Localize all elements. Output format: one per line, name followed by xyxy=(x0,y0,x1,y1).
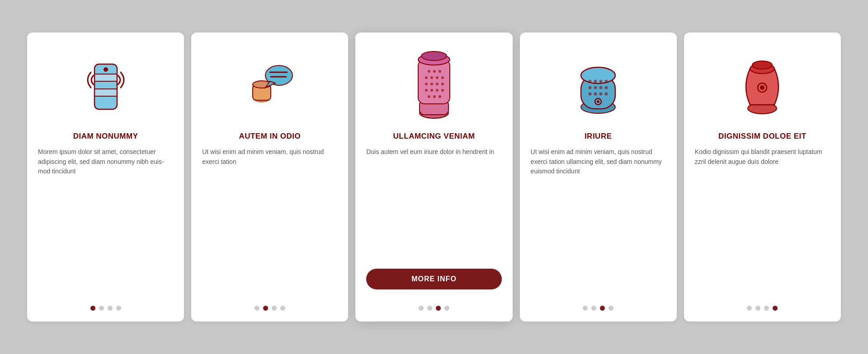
svg-point-59 xyxy=(752,61,772,69)
dot xyxy=(90,306,95,311)
svg-point-21 xyxy=(421,51,447,61)
card-2: AUTEM IN ODIO Ut wisi enim ad minim veni… xyxy=(191,33,348,321)
dot xyxy=(99,306,104,311)
card-2-body: Ut wisi enim ad minim veniam, quis nostr… xyxy=(202,147,337,298)
card-4-title: IRIURE xyxy=(585,132,612,141)
dot xyxy=(436,306,441,311)
svg-rect-1 xyxy=(94,74,117,81)
svg-point-27 xyxy=(430,83,433,85)
svg-point-30 xyxy=(425,89,428,92)
svg-point-37 xyxy=(428,95,430,98)
cards-container: DIAM NONUMMY Morem ipsum dolor sit amet,… xyxy=(27,33,841,321)
dot xyxy=(444,306,449,311)
dot xyxy=(419,306,424,311)
svg-point-45 xyxy=(599,86,603,89)
dot xyxy=(255,306,259,311)
svg-point-29 xyxy=(441,83,444,85)
svg-point-52 xyxy=(594,80,597,83)
svg-point-50 xyxy=(605,93,608,96)
svg-point-46 xyxy=(605,86,608,89)
card-3-title: ULLAMCING VENIAM xyxy=(393,132,475,141)
svg-point-8 xyxy=(104,67,108,72)
svg-point-49 xyxy=(599,93,603,96)
dot xyxy=(755,306,760,311)
svg-point-36 xyxy=(439,70,441,73)
svg-point-22 xyxy=(425,76,428,79)
svg-point-47 xyxy=(589,93,592,96)
card-1-body: Morem ipsum dolor sit amet, consectetuer… xyxy=(38,147,173,298)
dot xyxy=(280,306,285,311)
speaker-tall-icon xyxy=(402,46,466,123)
speaker-barrel-icon xyxy=(731,46,794,123)
svg-point-56 xyxy=(597,100,599,103)
dot xyxy=(591,306,596,311)
card-4-dots xyxy=(583,298,613,311)
dot xyxy=(272,306,277,311)
card-1-dots xyxy=(90,298,121,311)
svg-point-61 xyxy=(760,85,764,90)
card-5: DIGNISSIM DOLOE EIT Kodio dignissim qui … xyxy=(684,33,841,321)
svg-point-53 xyxy=(599,80,603,83)
svg-point-23 xyxy=(430,76,433,79)
card-3-dots xyxy=(419,298,449,311)
svg-point-54 xyxy=(605,80,608,83)
speaker-waves-icon xyxy=(74,46,137,123)
svg-point-35 xyxy=(433,70,436,73)
dot xyxy=(609,306,613,311)
svg-point-32 xyxy=(436,89,439,92)
card-1-title: DIAM NONUMMY xyxy=(73,132,138,141)
dot xyxy=(108,306,113,311)
card-2-dots xyxy=(255,298,285,311)
card-4: IRIURE Ut wisi enim ad minim veniam, qui… xyxy=(520,33,677,321)
dot xyxy=(764,306,769,311)
card-4-body: Ut wisi enim ad minim veniam, quis nostr… xyxy=(531,147,666,298)
card-2-title: AUTEM IN ODIO xyxy=(239,132,301,141)
card-5-title: DIGNISSIM DOLOE EIT xyxy=(718,132,807,141)
svg-point-39 xyxy=(439,95,441,98)
svg-point-42 xyxy=(581,67,615,84)
dot xyxy=(427,306,432,311)
dot xyxy=(773,306,778,311)
dot xyxy=(583,306,588,311)
svg-point-43 xyxy=(589,86,592,89)
svg-point-34 xyxy=(428,70,430,73)
speaker-chat-icon xyxy=(238,46,302,123)
svg-point-28 xyxy=(436,83,439,85)
card-5-dots xyxy=(747,298,778,311)
card-3-body: Duis autem vel eum iriure dolor in hendr… xyxy=(366,147,501,261)
svg-point-44 xyxy=(594,86,597,89)
dot xyxy=(263,306,268,311)
card-1: DIAM NONUMMY Morem ipsum dolor sit amet,… xyxy=(27,33,184,321)
svg-point-24 xyxy=(436,76,439,79)
card-5-body: Kodio dignissim qui blandit praesent lup… xyxy=(695,147,830,298)
more-info-button[interactable]: MORE INFO xyxy=(366,269,501,289)
dot xyxy=(747,306,752,311)
svg-point-38 xyxy=(433,95,436,98)
svg-point-33 xyxy=(441,89,444,92)
dot xyxy=(600,306,605,311)
speaker-round-icon xyxy=(566,46,630,123)
svg-rect-2 xyxy=(94,89,117,96)
svg-point-31 xyxy=(430,89,433,92)
svg-point-48 xyxy=(594,93,597,96)
card-3: ULLAMCING VENIAM Duis autem vel eum iriu… xyxy=(355,33,512,321)
svg-point-26 xyxy=(425,83,428,85)
svg-point-25 xyxy=(441,76,444,79)
svg-point-51 xyxy=(589,80,592,83)
dot xyxy=(116,306,121,311)
